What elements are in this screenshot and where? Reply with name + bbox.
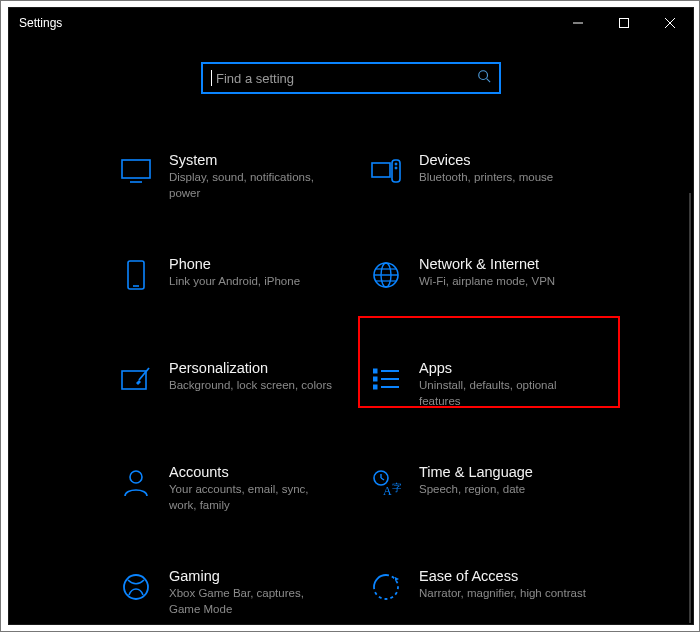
tile-title: Devices bbox=[419, 152, 587, 168]
svg-line-29 bbox=[381, 478, 384, 480]
tile-desc: Display, sound, notifications, power bbox=[169, 170, 337, 201]
system-icon bbox=[119, 154, 153, 188]
globe-icon bbox=[369, 258, 403, 292]
tile-ease-of-access[interactable]: Ease of Access Narrator, magnifier, high… bbox=[363, 562, 593, 624]
tile-desc: Background, lock screen, colors bbox=[169, 378, 337, 394]
tile-desc: Narrator, magnifier, high contrast bbox=[419, 586, 587, 602]
tile-title: System bbox=[169, 152, 337, 168]
maximize-icon bbox=[619, 18, 629, 28]
tile-title: Network & Internet bbox=[419, 256, 587, 272]
tile-desc: Uninstall, defaults, optional features bbox=[419, 378, 587, 409]
tile-desc: Your accounts, email, sync, work, family bbox=[169, 482, 337, 513]
tile-phone[interactable]: Phone Link your Android, iPhone bbox=[113, 250, 343, 320]
tile-title: Ease of Access bbox=[419, 568, 587, 584]
svg-rect-22 bbox=[373, 385, 377, 389]
svg-text:A: A bbox=[383, 484, 392, 497]
tile-personalization[interactable]: Personalization Background, lock screen,… bbox=[113, 354, 343, 424]
close-button[interactable] bbox=[647, 8, 693, 38]
tile-devices[interactable]: Devices Bluetooth, printers, mouse bbox=[363, 146, 593, 216]
svg-rect-12 bbox=[128, 261, 144, 289]
svg-point-10 bbox=[395, 163, 397, 165]
search-icon bbox=[477, 69, 491, 87]
brush-icon bbox=[119, 362, 153, 396]
content-area: System Display, sound, notifications, po… bbox=[9, 38, 693, 624]
xbox-icon bbox=[119, 570, 153, 604]
svg-point-4 bbox=[479, 71, 488, 80]
phone-icon bbox=[119, 258, 153, 292]
svg-rect-1 bbox=[620, 19, 629, 28]
tile-title: Apps bbox=[419, 360, 587, 376]
time-language-icon: A字 bbox=[369, 466, 403, 500]
minimize-icon bbox=[573, 18, 583, 28]
svg-point-32 bbox=[124, 575, 148, 599]
tile-time[interactable]: A字 Time & Language Speech, region, date bbox=[363, 458, 593, 528]
apps-list-icon bbox=[369, 362, 403, 396]
tile-desc: Link your Android, iPhone bbox=[169, 274, 337, 290]
person-icon bbox=[119, 466, 153, 500]
tile-title: Personalization bbox=[169, 360, 337, 376]
tile-desc: Wi-Fi, airplane mode, VPN bbox=[419, 274, 587, 290]
svg-rect-20 bbox=[373, 369, 377, 373]
window-controls bbox=[555, 8, 693, 38]
svg-rect-6 bbox=[122, 160, 150, 178]
tile-desc: Bluetooth, printers, mouse bbox=[419, 170, 587, 186]
tile-system[interactable]: System Display, sound, notifications, po… bbox=[113, 146, 343, 216]
svg-rect-19 bbox=[122, 371, 146, 389]
ease-of-access-icon bbox=[369, 570, 403, 604]
tile-gaming[interactable]: Gaming Xbox Game Bar, captures, Game Mod… bbox=[113, 562, 343, 624]
minimize-button[interactable] bbox=[555, 8, 601, 38]
tile-desc: Speech, region, date bbox=[419, 482, 587, 498]
svg-rect-8 bbox=[372, 163, 390, 177]
window-title: Settings bbox=[19, 16, 62, 30]
settings-window: Settings bbox=[8, 7, 694, 625]
svg-point-26 bbox=[130, 471, 142, 483]
svg-line-5 bbox=[487, 79, 491, 83]
maximize-button[interactable] bbox=[601, 8, 647, 38]
tile-accounts[interactable]: Accounts Your accounts, email, sync, wor… bbox=[113, 458, 343, 528]
tile-apps[interactable]: Apps Uninstall, defaults, optional featu… bbox=[363, 354, 593, 424]
close-icon bbox=[665, 18, 675, 28]
tile-title: Phone bbox=[169, 256, 337, 272]
search-input[interactable] bbox=[216, 71, 477, 86]
tile-title: Time & Language bbox=[419, 464, 587, 480]
settings-grid: System Display, sound, notifications, po… bbox=[9, 146, 693, 624]
scrollbar[interactable] bbox=[689, 193, 691, 623]
devices-icon bbox=[369, 154, 403, 188]
titlebar: Settings bbox=[9, 8, 693, 38]
tile-network[interactable]: Network & Internet Wi-Fi, airplane mode,… bbox=[363, 250, 593, 320]
text-caret bbox=[211, 70, 212, 86]
svg-rect-21 bbox=[373, 377, 377, 381]
search-box[interactable] bbox=[201, 62, 501, 94]
tile-title: Gaming bbox=[169, 568, 337, 584]
svg-text:字: 字 bbox=[392, 482, 401, 493]
tile-desc: Xbox Game Bar, captures, Game Mode bbox=[169, 586, 337, 617]
tile-title: Accounts bbox=[169, 464, 337, 480]
svg-point-11 bbox=[395, 167, 397, 169]
